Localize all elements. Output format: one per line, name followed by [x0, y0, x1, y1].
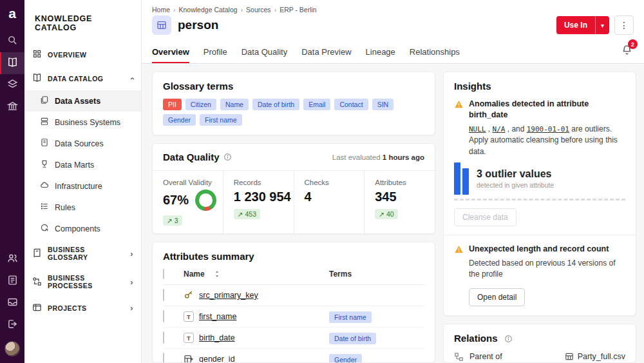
more-actions-button[interactable]: ⋮ — [614, 15, 634, 35]
glossary-chip-list: PII Citizen Name Date of birth Email Con… — [163, 99, 424, 126]
row-checkbox[interactable] — [163, 310, 164, 322]
outlier-token: NULL — [469, 125, 486, 133]
sidebar-item-label: Components — [55, 224, 100, 233]
row-checkbox[interactable] — [163, 331, 164, 344]
term-chip-citizen[interactable]: Citizen — [185, 99, 216, 110]
breadcrumb-erp-berlin[interactable]: ERP - Berlin — [279, 6, 317, 14]
tab-overview[interactable]: Overview — [152, 41, 189, 63]
rail-users-button[interactable] — [0, 248, 24, 270]
user-avatar[interactable] — [5, 341, 20, 357]
column-header-name[interactable]: Name — [184, 270, 205, 279]
row-checkbox[interactable] — [163, 353, 164, 363]
sidebar-item-components[interactable]: Components — [24, 218, 141, 239]
table-row[interactable]: src_primary_key — [163, 285, 424, 306]
term-chip-gender[interactable]: Gender — [163, 114, 196, 126]
term-chip-email[interactable]: Email — [303, 99, 330, 110]
overall-validity-value: 67% — [163, 193, 189, 208]
term-chip-pii[interactable]: PII — [163, 99, 182, 110]
tab-data-preview[interactable]: Data Preview — [301, 41, 351, 63]
sidebar-item-label: Data Marts — [55, 161, 94, 170]
stat-attributes: Attributes 345 ↗ 40 — [364, 171, 435, 233]
term-chip[interactable]: First name — [329, 311, 372, 323]
sidebar-item-data-sources[interactable]: Data Sources — [24, 133, 141, 154]
term-chip-first-name[interactable]: First name — [200, 114, 242, 126]
rail-reports-button[interactable] — [0, 270, 24, 292]
rail-inbox-button[interactable] — [0, 292, 24, 314]
attribute-link[interactable]: first_name — [199, 312, 236, 321]
term-chip-contact[interactable]: Contact — [334, 99, 368, 110]
table-row[interactable]: T birth_date Date of birth — [163, 328, 424, 349]
chevron-up-icon: › — [128, 77, 136, 80]
tab-lineage[interactable]: Lineage — [366, 41, 395, 63]
attributes-table-header: Name Terms — [163, 262, 424, 285]
sidebar-item-rules[interactable]: Rules — [24, 197, 141, 218]
cup-icon — [40, 159, 49, 170]
sidebar-item-business-glossary[interactable]: BUSINESS GLOSSARY › — [24, 239, 141, 268]
rail-logout-button[interactable] — [0, 314, 24, 336]
info-icon[interactable] — [504, 335, 513, 343]
stat-overall-validity: Overall Validity 67% ↗ 3 — [153, 171, 223, 233]
term-chip[interactable]: Date of birth — [329, 333, 376, 344]
row-checkbox[interactable] — [163, 289, 164, 301]
document-icon — [7, 275, 18, 288]
sidebar-item-data-marts[interactable]: Data Marts — [24, 154, 141, 175]
term-chip-sin[interactable]: SIN — [372, 99, 394, 110]
tab-profile[interactable]: Profile — [204, 41, 227, 63]
insights-title: Insights — [454, 81, 625, 92]
rail-profiling-button[interactable] — [0, 74, 24, 96]
sidebar-item-infrastructure[interactable]: Infrastructure — [24, 175, 141, 197]
select-all-checkbox[interactable] — [163, 269, 164, 279]
sidebar-item-label: DATA CATALOG — [48, 75, 103, 83]
chevron-right-icon: › — [130, 278, 133, 286]
attribute-link[interactable]: birth_date — [199, 333, 235, 342]
breadcrumb-home[interactable]: Home — [152, 6, 170, 14]
sidebar-item-label: BUSINESS GLOSSARY — [48, 246, 124, 261]
stat-checks: Checks 4 — [294, 171, 365, 233]
outlier-count-text: 3 outlier values — [477, 168, 554, 180]
breadcrumb-sources[interactable]: Sources — [246, 6, 271, 14]
sidebar-item-overview[interactable]: OVERVIEW — [24, 43, 141, 66]
info-icon[interactable] — [223, 153, 232, 161]
sidebar-item-data-catalog[interactable]: DATA CATALOG › — [24, 66, 141, 90]
attribute-link[interactable]: gender_id — [199, 355, 235, 363]
sidebar-item-data-assets[interactable]: Data Assets — [24, 90, 141, 112]
app-logo[interactable]: a — [8, 6, 16, 20]
sidebar-item-label: Data Sources — [55, 139, 104, 148]
data-assets-icon — [40, 95, 49, 106]
sidebar-item-label: Data Assets — [55, 97, 100, 106]
sidebar-item-business-systems[interactable]: Business Systems — [24, 112, 141, 133]
tab-data-quality[interactable]: Data Quality — [242, 41, 288, 63]
page-title: person — [178, 18, 218, 32]
use-in-button[interactable]: Use In — [556, 16, 595, 34]
rail-search-button[interactable] — [0, 30, 24, 52]
term-chip-date-of-birth[interactable]: Date of birth — [252, 99, 299, 110]
table-row[interactable]: T first_name First name — [163, 306, 424, 328]
use-in-dropdown-button[interactable]: ▾ — [595, 16, 609, 34]
cleanse-data-button[interactable]: Cleanse data — [454, 208, 516, 226]
rail-catalog-button[interactable] — [0, 52, 24, 74]
text-attribute-icon: T — [184, 311, 194, 322]
term-chip[interactable]: Gender — [329, 354, 362, 363]
breadcrumb-knowledge-catalog[interactable]: Knowledge Catalog — [179, 6, 238, 14]
sidebar-item-business-processes[interactable]: BUSINESS PROCESSES › — [24, 268, 141, 296]
open-detail-button[interactable]: Open detail — [469, 288, 525, 306]
relations-title: Relations — [454, 333, 498, 344]
attribute-link[interactable]: src_primary_key — [199, 291, 258, 300]
anomaly-insight-body: NULL , N/A , and 1900-01-01 are outliers… — [469, 124, 625, 157]
data-sources-icon — [40, 138, 49, 149]
relation-target[interactable]: Party_full.csv — [565, 352, 625, 361]
sort-icon[interactable] — [214, 270, 220, 278]
rail-business-button[interactable] — [0, 96, 24, 118]
data-quality-title: Data Quality — [163, 152, 220, 162]
attributes-summary-title: Attributes summary — [163, 251, 424, 262]
table-row[interactable]: gender_id Gender — [163, 349, 424, 363]
tab-relationships[interactable]: Relationships — [410, 41, 460, 63]
data-quality-card: Data Quality Last evaluated 1 hours ago … — [152, 143, 435, 234]
book-icon — [7, 57, 18, 70]
sidebar-item-projects[interactable]: PROJECTS › — [24, 296, 141, 320]
term-chip-name[interactable]: Name — [220, 99, 249, 110]
notifications-button[interactable]: 2 — [620, 41, 634, 63]
trend-badge: ↗ 3 — [163, 215, 182, 226]
validity-donut-chart — [195, 190, 216, 211]
main-area: Home › Knowledge Catalog › Sources › ERP… — [142, 0, 644, 363]
